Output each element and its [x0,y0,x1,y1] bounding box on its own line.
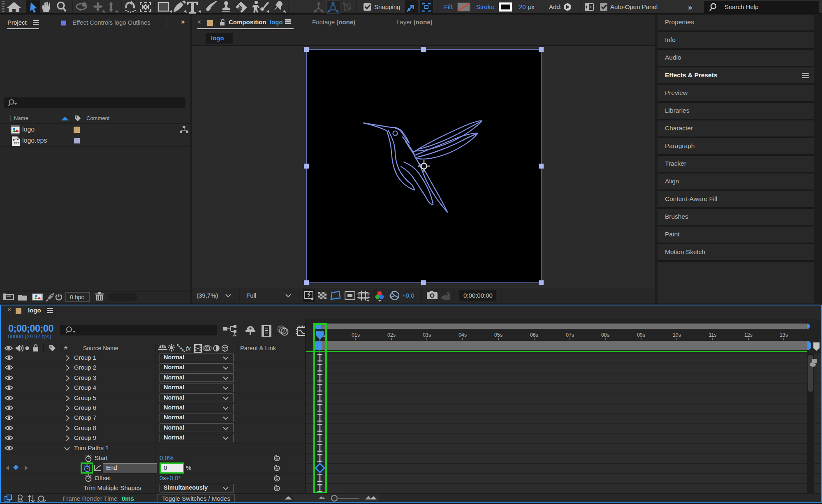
svg-text:13s: 13s [780,332,788,338]
svg-text:06s: 06s [530,332,538,338]
svg-text:03s: 03s [423,332,431,338]
svg-text:Parent & Link: Parent & Link [240,345,276,351]
svg-text:0ms: 0ms [122,495,134,502]
svg-text:Fill:: Fill: [444,3,454,10]
svg-text:fx: fx [186,345,191,352]
svg-text:Auto-Open Panel: Auto-Open Panel [610,3,658,10]
svg-text:Frame Render Time: Frame Render Time [63,495,117,502]
svg-text:11s: 11s [709,332,716,338]
svg-text:Toggle Switches / Modes: Toggle Switches / Modes [162,495,230,502]
svg-text:Stroke:: Stroke: [476,3,496,10]
svg-text:8 bpc: 8 bpc [70,294,84,301]
svg-text:09s: 09s [637,332,645,338]
svg-text:+0,0: +0,0 [402,292,414,299]
svg-text:Add:: Add: [549,3,562,10]
svg-text:05s: 05s [494,332,502,338]
svg-text:Full: Full [246,292,256,299]
svg-text:#: # [64,345,67,351]
svg-text:02s: 02s [387,332,396,338]
svg-text:20: 20 [519,3,526,10]
svg-text:04s: 04s [458,332,467,338]
svg-text:Search Help: Search Help [725,3,759,10]
svg-text:01s: 01s [352,332,360,338]
svg-text:Source Name: Source Name [83,345,118,351]
svg-text:px: px [528,3,535,10]
svg-text:07s: 07s [566,332,574,338]
svg-text:10s: 10s [673,332,681,338]
svg-text:0;00;00;00: 0;00;00;00 [463,292,493,299]
svg-text:(39,7%): (39,7%) [197,292,218,299]
svg-text:»: » [688,3,692,12]
svg-text:12s: 12s [744,332,753,338]
svg-text:08s: 08s [601,332,609,338]
svg-text:EPS: EPS [14,142,20,145]
svg-text:Snapping: Snapping [374,3,400,10]
